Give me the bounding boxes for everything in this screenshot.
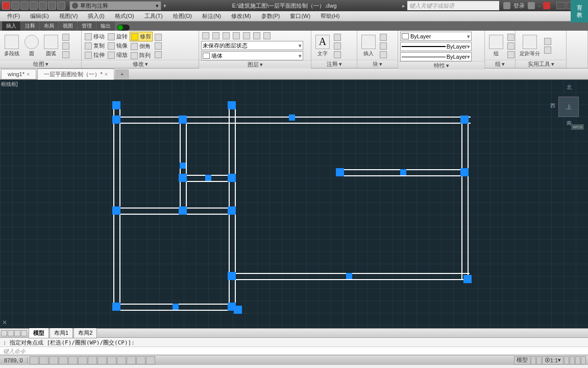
grip[interactable] (400, 169, 406, 175)
chevron-down-icon[interactable]: ▾ (502, 61, 505, 67)
close-icon[interactable]: × (27, 71, 30, 77)
app-menu-icon[interactable] (2, 2, 10, 10)
grip[interactable] (336, 168, 344, 176)
open-icon[interactable] (20, 2, 29, 10)
chevron-down-icon[interactable]: ▾ (551, 61, 554, 67)
dyn-toggle[interactable] (97, 356, 107, 364)
exchange-icon[interactable] (528, 2, 535, 9)
lwt-toggle[interactable] (107, 356, 116, 364)
grip[interactable] (179, 116, 187, 124)
block-btn-1[interactable] (379, 33, 388, 41)
ducs-toggle[interactable] (88, 356, 97, 364)
grip[interactable] (228, 101, 236, 109)
layer-btn-4[interactable] (232, 32, 241, 40)
grip[interactable] (205, 175, 211, 181)
menu-view[interactable]: 视图(V) (54, 12, 83, 20)
dim-btn[interactable] (333, 33, 342, 41)
doc-tab-1[interactable]: wing1*× (1, 69, 36, 79)
menu-help[interactable]: 帮助(H) (315, 12, 345, 20)
grip[interactable] (460, 168, 469, 176)
undo-icon[interactable] (48, 2, 56, 10)
draw-small-2[interactable] (61, 42, 70, 50)
arc-button[interactable]: 圆弧 (42, 34, 60, 58)
scale-button[interactable]: 缩放 (107, 51, 129, 59)
stretch-button[interactable]: 拉伸 (84, 51, 106, 59)
grip[interactable] (228, 272, 236, 280)
grip[interactable] (463, 275, 472, 283)
copy-button[interactable]: 复制 (84, 41, 106, 50)
login-label[interactable]: 登录 (513, 2, 525, 10)
linetype-dropdown[interactable]: ByLayer▾ (400, 52, 472, 61)
block-btn-2[interactable] (379, 42, 388, 50)
signin-icon[interactable] (503, 2, 510, 9)
mirror-button[interactable]: 镜像 (107, 41, 129, 50)
sc-toggle[interactable] (136, 356, 145, 364)
layout-tab-model[interactable]: 模型 (29, 328, 49, 338)
layer-state-dropdown[interactable]: 未保存的图层状态▾ (201, 41, 303, 50)
annoscale-dropdown[interactable]: ⦿ 1:1 ▾ (542, 356, 564, 364)
menu-insert[interactable]: 插入(I) (83, 12, 109, 20)
layer-btn-7[interactable] (262, 32, 272, 40)
grid-toggle[interactable] (39, 356, 48, 364)
layer-btn-6[interactable] (252, 32, 261, 40)
insert-button[interactable]: 插入 (359, 34, 378, 58)
grip[interactable] (228, 206, 236, 215)
grip[interactable] (179, 174, 187, 182)
array-button[interactable]: 阵列 (130, 51, 153, 60)
layer-btn-2[interactable] (211, 32, 220, 40)
help-icon[interactable] (543, 2, 550, 9)
text-button[interactable]: A文字 (313, 34, 332, 58)
polyline-button[interactable]: 多段线 (2, 34, 21, 58)
status-icon-5[interactable] (575, 356, 580, 364)
grip[interactable] (112, 206, 120, 215)
am-toggle[interactable] (146, 356, 155, 364)
status-icon-6[interactable] (581, 356, 586, 364)
new-icon[interactable] (11, 2, 19, 10)
block-btn-3[interactable] (379, 51, 388, 59)
viewcube-top[interactable]: 上 (558, 97, 579, 117)
ortho-toggle[interactable] (49, 356, 58, 364)
group-button[interactable]: 组 (487, 34, 505, 58)
rotate-button[interactable]: 旋转 (107, 32, 129, 41)
osnap-toggle[interactable] (68, 356, 78, 364)
measure-button[interactable]: 定距等分 (518, 34, 542, 58)
layer-btn-1[interactable] (201, 32, 210, 40)
grip[interactable] (346, 273, 352, 279)
util-1[interactable] (543, 37, 552, 45)
status-icon-1[interactable] (531, 356, 536, 364)
chevron-down-icon[interactable]: ▾ (379, 61, 382, 67)
menu-tools[interactable]: 工具(T) (139, 12, 168, 20)
grip[interactable] (112, 101, 120, 109)
print-icon[interactable] (39, 2, 47, 10)
status-icon-3[interactable] (564, 356, 569, 364)
redo-icon[interactable] (57, 2, 65, 10)
close-icon[interactable]: × (105, 71, 108, 77)
wcs-label[interactable]: WCS (571, 124, 584, 130)
qp-toggle[interactable] (127, 356, 136, 364)
menu-modify[interactable]: 修改(M) (226, 12, 256, 20)
fillet-button[interactable]: 倒角 (130, 42, 153, 51)
menu-format[interactable]: 格式(O) (110, 12, 139, 20)
nav-prev-icon[interactable] (8, 330, 14, 336)
leader-btn[interactable] (333, 42, 342, 50)
status-icon-4[interactable] (570, 356, 575, 364)
tpy-toggle[interactable] (117, 356, 126, 364)
draw-small-1[interactable] (61, 33, 70, 41)
modify-more-1[interactable] (154, 33, 163, 41)
menu-dim[interactable]: 标注(N) (197, 12, 226, 20)
grp-1[interactable] (506, 33, 516, 41)
layer-btn-3[interactable] (222, 32, 231, 40)
grip[interactable] (112, 303, 120, 311)
layer-filter-dropdown[interactable]: 墙体▾ (201, 51, 303, 60)
modify-more-3[interactable] (154, 51, 163, 59)
chevron-down-icon[interactable]: ▾ (446, 62, 449, 69)
circle-button[interactable]: 圆 (22, 34, 41, 58)
ribbon-toggle[interactable] (117, 25, 130, 31)
snap-toggle[interactable] (30, 356, 39, 364)
grp-2[interactable] (506, 42, 516, 50)
help-search-input[interactable]: 键入关键字或短语 (407, 1, 499, 10)
polar-toggle[interactable] (59, 356, 68, 364)
view-cube[interactable]: 北 西 南 上 WCS (553, 84, 584, 130)
chevron-down-icon[interactable]: ▾ (45, 61, 48, 67)
menu-file[interactable]: 件(F) (2, 12, 25, 20)
